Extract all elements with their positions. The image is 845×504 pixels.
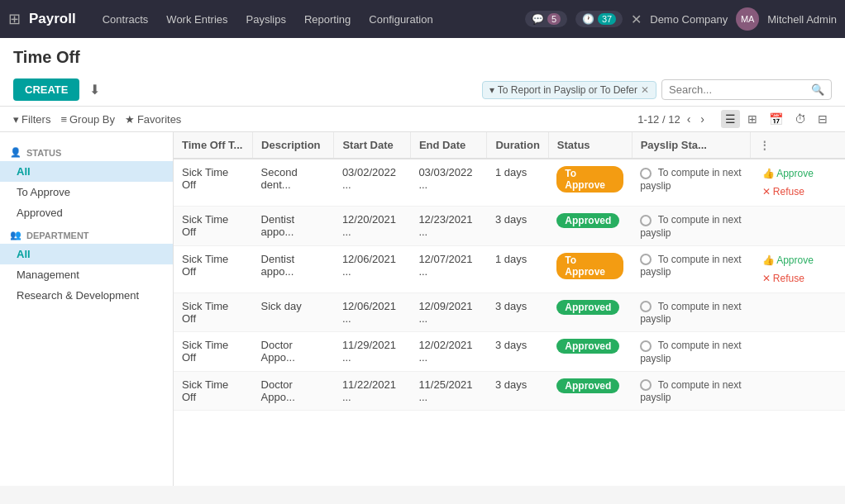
nav-configuration[interactable]: Configuration <box>360 10 441 29</box>
approve-button[interactable]: 👍 Approve <box>759 253 817 268</box>
close-icon[interactable]: ✕ <box>631 12 642 27</box>
status-section-title: 👤 STATUS <box>0 140 173 161</box>
cell-status: To Approve <box>548 245 632 292</box>
cell-end-date: 12/23/2021 ... <box>410 207 487 246</box>
sidebar-item-approved[interactable]: Approved <box>0 202 173 223</box>
sidebar-item-research[interactable]: Research & Development <box>0 285 173 306</box>
time-off-table: Time Off T... Description Start Date End… <box>174 132 845 411</box>
table-container: Time Off T... Description Start Date End… <box>174 132 845 486</box>
cell-payslip-status: To compute in next payslip <box>632 371 750 411</box>
row-actions: 👍 Approve ✕ Refuse <box>759 253 838 286</box>
col-type[interactable]: Time Off T... <box>174 132 253 159</box>
radio-icon[interactable] <box>640 379 652 391</box>
cell-row-actions <box>751 207 846 246</box>
payslip-status-text: To compute in next payslip <box>640 379 741 404</box>
table-row: Sick Time Off Second dent... 03/02/2022 … <box>174 159 845 207</box>
payslip-status-text: To compute in next payslip <box>640 254 741 278</box>
cell-description: Doctor Appo... <box>253 371 334 411</box>
cell-type: Sick Time Off <box>174 371 253 411</box>
cell-duration: 3 days <box>487 207 548 246</box>
cell-description: Dentist appo... <box>253 245 334 292</box>
cell-type: Sick Time Off <box>174 159 253 207</box>
activity-view-button[interactable]: ⏱ <box>790 110 810 128</box>
cell-description: Doctor Appo... <box>253 332 334 372</box>
pagination-label: 1-12 / 12 <box>637 113 680 126</box>
approve-button[interactable]: 👍 Approve <box>759 166 817 181</box>
cell-payslip-status: To compute in next payslip <box>632 207 750 246</box>
payslip-status-text: To compute in next payslip <box>640 167 741 192</box>
table-row: Sick Time Off Doctor Appo... 11/22/2021 … <box>174 371 845 411</box>
pagination-prev[interactable]: ‹ <box>684 111 695 127</box>
action-bar: ▾ Filters ≡ Group By ★ Favorites 1-12 / … <box>0 107 845 132</box>
radio-icon[interactable] <box>640 301 652 312</box>
pagination-next[interactable]: › <box>697 111 708 127</box>
col-duration[interactable]: Duration <box>487 132 548 159</box>
filter-funnel-icon: ▾ <box>13 113 19 126</box>
sidebar-item-status-all[interactable]: All <box>0 161 173 182</box>
cell-type: Sick Time Off <box>174 332 253 372</box>
filters-button[interactable]: ▾ Filters <box>13 113 50 126</box>
cell-status: Approved <box>548 371 632 411</box>
col-start-date[interactable]: Start Date <box>334 132 411 159</box>
create-button[interactable]: CREATE <box>13 78 79 101</box>
status-badge: Approved <box>556 378 619 393</box>
kanban-view-button[interactable]: ⊞ <box>743 110 761 128</box>
top-navigation: ⊞ Payroll Contracts Work Entries Payslip… <box>0 0 845 38</box>
sidebar-item-dept-all[interactable]: All <box>0 244 173 264</box>
nav-reporting[interactable]: Reporting <box>296 10 359 29</box>
radio-icon[interactable] <box>640 254 652 265</box>
col-end-date[interactable]: End Date <box>410 132 487 159</box>
radio-icon[interactable] <box>640 215 652 226</box>
cell-start-date: 03/02/2022 ... <box>334 159 411 207</box>
active-filter: ▾ To Report in Payslip or To Defer ✕ <box>482 81 656 99</box>
col-actions: ⋮ <box>751 132 846 159</box>
favorites-button[interactable]: ★ Favorites <box>125 113 181 126</box>
table-row: Sick Time Off Dentist appo... 12/20/2021… <box>174 207 845 246</box>
filter-remove[interactable]: ✕ <box>641 84 649 96</box>
table-row: Sick Time Off Dentist appo... 12/06/2021… <box>174 245 845 292</box>
department-icon: 👥 <box>10 230 21 240</box>
chat-count: 5 <box>547 13 561 25</box>
chat-badge-button[interactable]: 💬 5 <box>525 11 567 27</box>
pivot-view-button[interactable]: ⊟ <box>814 110 832 128</box>
grid-icon[interactable]: ⊞ <box>8 10 21 28</box>
clock-badge-button[interactable]: 🕐 37 <box>575 11 623 27</box>
more-options-icon[interactable]: ⋮ <box>759 139 770 151</box>
main-content: 👤 STATUS All To Approve Approved 👥 DEPAR… <box>0 132 845 486</box>
status-badge: To Approve <box>556 166 623 193</box>
cell-payslip-status: To compute in next payslip <box>632 292 750 332</box>
cell-status: Approved <box>548 207 632 246</box>
nav-contracts[interactable]: Contracts <box>94 10 157 29</box>
pagination: 1-12 / 12 ‹ › ☰ ⊞ 📅 ⏱ ⊟ <box>637 110 832 128</box>
table-header-row: Time Off T... Description Start Date End… <box>174 132 845 159</box>
cell-duration: 1 days <box>487 245 548 292</box>
filter-bar: ▾ To Report in Payslip or To Defer ✕ 🔍 <box>482 79 832 100</box>
col-status[interactable]: Status <box>548 132 632 159</box>
radio-icon[interactable] <box>640 168 652 179</box>
sidebar-item-to-approve[interactable]: To Approve <box>0 182 173 202</box>
col-payslip-status[interactable]: Payslip Sta... <box>632 132 750 159</box>
radio-icon[interactable] <box>640 340 652 352</box>
nav-payslips[interactable]: Payslips <box>238 10 294 29</box>
sidebar-item-management[interactable]: Management <box>0 264 173 285</box>
table-row: Sick Time Off Sick day 12/06/2021 ... 12… <box>174 292 845 332</box>
groupby-button[interactable]: ≡ Group By <box>60 113 115 126</box>
company-name[interactable]: Demo Company <box>650 13 728 26</box>
col-description[interactable]: Description <box>253 132 334 159</box>
search-input[interactable] <box>669 83 808 96</box>
department-section-title: 👥 DEPARTMENT <box>0 223 173 244</box>
list-view-button[interactable]: ☰ <box>721 110 740 128</box>
payslip-status-text: To compute in next payslip <box>640 214 741 239</box>
nav-work-entries[interactable]: Work Entries <box>158 10 236 29</box>
cell-type: Sick Time Off <box>174 207 253 246</box>
calendar-view-button[interactable]: 📅 <box>765 110 787 128</box>
refuse-button[interactable]: ✕ Refuse <box>759 184 808 199</box>
cell-type: Sick Time Off <box>174 292 253 332</box>
app-brand[interactable]: Payroll <box>29 11 76 27</box>
admin-name: Mitchell Admin <box>767 13 837 26</box>
download-button[interactable]: ⬇ <box>86 78 103 101</box>
refuse-button[interactable]: ✕ Refuse <box>759 271 808 286</box>
status-badge: Approved <box>556 213 619 228</box>
star-icon: ★ <box>125 113 135 126</box>
avatar[interactable]: MA <box>736 7 759 31</box>
